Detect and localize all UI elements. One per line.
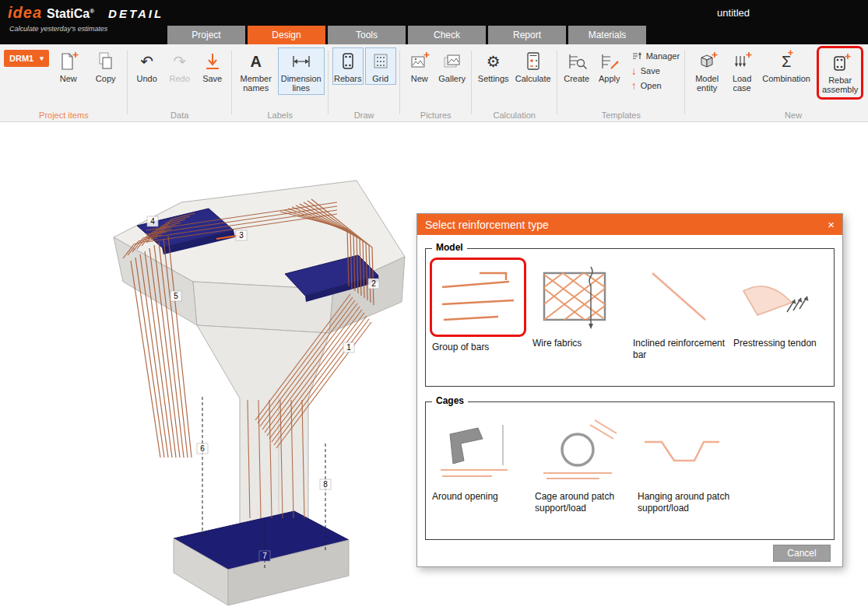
rebar-label-5[interactable]: 5 (170, 291, 181, 301)
undo-label: Undo (137, 74, 157, 83)
rebar-label-3[interactable]: 3 (236, 230, 247, 240)
project-item-selector[interactable]: DRM1 ▾ (4, 50, 49, 67)
close-icon[interactable]: × (828, 218, 835, 231)
tab-materials[interactable]: Materials (568, 26, 646, 44)
group-templates: Create Apply Manager ↓ Save (557, 44, 685, 121)
ribbon: DRM1 ▾ New Copy Project items ↶ Undo (0, 44, 868, 122)
load-case-button[interactable]: Load case (726, 47, 757, 95)
rebars-icon (336, 50, 360, 73)
member-names-toggle[interactable]: A Member names (236, 47, 276, 95)
create-template-button[interactable]: Create (561, 47, 592, 85)
rebar-label-6[interactable]: 6 (197, 443, 208, 454)
inclined-bar-icon (635, 264, 719, 331)
gallery-button[interactable]: Gallery (437, 47, 468, 85)
group-label-templates: Templates (557, 110, 685, 120)
project-item-value: DRM1 (9, 54, 33, 63)
svg-text:6: 6 (200, 444, 205, 453)
settings-button[interactable]: ⚙ Settings (476, 47, 511, 85)
model-entity-icon (695, 50, 719, 73)
apply-template-icon (598, 50, 621, 73)
brand-tagline: Calculate yesterday's estimates (9, 25, 107, 33)
viewport-3d[interactable]: 1 2 3 4 5 6 7 8 (100, 163, 419, 608)
group-draw: Rebars Grid Draw (329, 44, 400, 121)
template-save-label: Save (641, 66, 660, 75)
copy-project-item-button[interactable]: Copy (88, 47, 124, 85)
group-labels: A Member names Dimension lines Labels (232, 44, 329, 121)
registered-mark: ® (90, 8, 94, 15)
option-cage-around-patch[interactable]: Cage around patch support/load (535, 415, 631, 514)
option-inclined-reinforcement-bar[interactable]: Inclined reinforcement bar (633, 261, 727, 361)
gallery-label: Gallery (438, 74, 466, 83)
manager-label: Manager (646, 51, 680, 61)
template-open-item[interactable]: ↑ Open (631, 80, 680, 91)
redo-button[interactable]: ↷ Redo (164, 47, 195, 85)
group-label-draw: Draw (329, 110, 400, 120)
new-picture-label: New (411, 74, 428, 83)
apply-template-button[interactable]: Apply (594, 47, 625, 85)
plus-badge-icon: + (788, 47, 794, 58)
new-project-item-button[interactable]: New (51, 47, 86, 85)
combination-button[interactable]: Σ+ Combination (759, 47, 814, 85)
template-save-item[interactable]: ↓ Save (631, 65, 680, 76)
save-label: Save (202, 74, 222, 83)
dialog-title-bar[interactable]: Select reinforcement type × (417, 214, 842, 235)
svg-text:3: 3 (239, 231, 244, 240)
group-of-bars-highlight (430, 258, 526, 337)
tab-tools[interactable]: Tools (328, 26, 406, 44)
around-opening-label: Around opening (432, 491, 529, 503)
grid-label: Grid (372, 74, 388, 83)
tab-report[interactable]: Report (488, 26, 566, 44)
document-title: untitled (717, 7, 750, 19)
rebar-label-7[interactable]: 7 (259, 551, 270, 561)
cancel-button[interactable]: Cancel (773, 545, 831, 562)
group-label-project-items: Project items (0, 110, 128, 120)
group-calculation: ⚙ Settings Calculate Calculation (472, 44, 557, 121)
new-document-icon (57, 50, 80, 73)
calculate-button[interactable]: Calculate (513, 47, 553, 85)
option-around-opening[interactable]: Around opening (432, 415, 529, 514)
member-names-label: Member names (237, 74, 275, 93)
undo-button[interactable]: ↶ Undo (132, 47, 163, 85)
rebar-label-4[interactable]: 4 (147, 216, 158, 226)
dimension-lines-toggle[interactable]: Dimension lines (278, 47, 325, 95)
tab-design[interactable]: Design (248, 26, 325, 44)
svg-text:4: 4 (150, 217, 155, 226)
group-new: Model entity Load case Σ+ Combination Re… (685, 44, 868, 121)
model-entity-label: Model entity (691, 74, 723, 93)
rebars-toggle[interactable]: Rebars (332, 47, 364, 85)
rebar-assembly-button[interactable]: Rebar assembly (820, 49, 860, 96)
rebar-label-1[interactable]: 1 (343, 342, 354, 352)
new-picture-button[interactable]: New (404, 47, 435, 85)
rebar-assembly-highlight: Rebar assembly (817, 46, 863, 100)
rebar-assembly-label: Rebar assembly (821, 75, 859, 95)
tab-project[interactable]: Project (167, 26, 245, 44)
hanging-around-patch-label: Hanging around patch support/load (638, 491, 734, 514)
letter-a-icon: A (250, 54, 261, 69)
rebar-label-8[interactable]: 8 (320, 479, 331, 489)
dimension-lines-icon (290, 50, 313, 73)
option-group-of-bars[interactable]: Group of bars (432, 261, 526, 361)
svg-text:8: 8 (323, 480, 328, 489)
prestressing-tendon-icon (736, 264, 820, 331)
rebar-label-2[interactable]: 2 (368, 279, 379, 289)
around-opening-icon (434, 417, 518, 484)
copy-label: Copy (96, 74, 116, 83)
cages-group-legend: Cages (432, 395, 468, 406)
save-button[interactable]: Save (197, 47, 228, 85)
grid-toggle[interactable]: Grid (365, 47, 396, 85)
load-case-icon (730, 50, 754, 73)
redo-icon: ↷ (173, 54, 186, 69)
model-entity-button[interactable]: Model entity (689, 47, 725, 95)
brand-block: idea StatiCa® DETAIL (8, 4, 163, 22)
option-wire-fabrics[interactable]: Wire fabrics (532, 261, 627, 361)
option-hanging-around-patch[interactable]: Hanging around patch support/load (638, 415, 734, 514)
prestressing-tendon-label: Prestressing tendon (733, 338, 828, 349)
open-arrow-icon: ↑ (631, 80, 637, 91)
wire-fabrics-icon (535, 264, 619, 331)
create-template-label: Create (564, 74, 589, 83)
template-manager-item[interactable]: Manager (631, 51, 680, 61)
save-arrow-icon: ↓ (631, 65, 637, 76)
option-prestressing-tendon[interactable]: Prestressing tendon (733, 261, 828, 361)
dropdown-arrow-icon: ▾ (40, 54, 44, 62)
tab-check[interactable]: Check (408, 26, 486, 44)
